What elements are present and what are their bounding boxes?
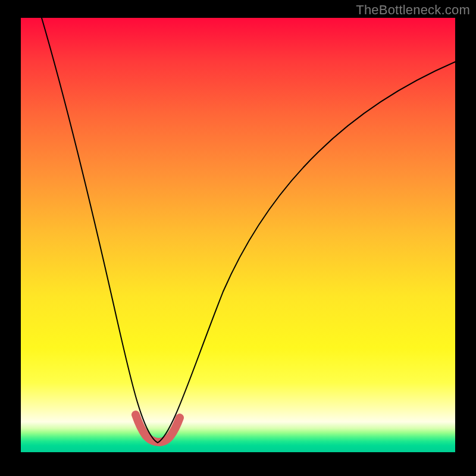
watermark-text: TheBottleneck.com bbox=[356, 2, 470, 18]
chart-frame: TheBottleneck.com bbox=[0, 0, 476, 476]
bottleneck-curve bbox=[42, 18, 455, 443]
plot-area bbox=[21, 18, 455, 452]
curve-layer bbox=[21, 18, 455, 452]
